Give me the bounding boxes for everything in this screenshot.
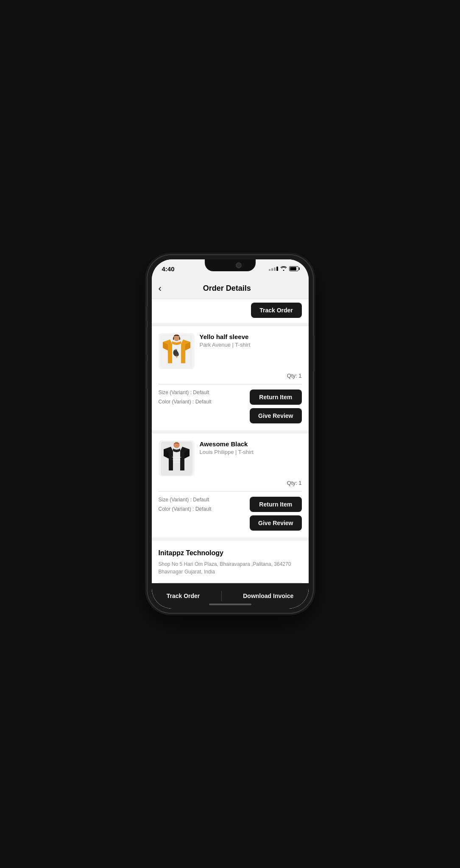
color-variant-1: Color (Variant) : Default: [159, 399, 250, 405]
partial-top-card: Track Order: [152, 299, 309, 323]
product-info-1: Yello half sleeve Park Avenue | T-shirt: [200, 333, 302, 369]
return-item-button-1[interactable]: Return Item: [250, 389, 302, 405]
phone-frame: 4:40: [148, 255, 313, 613]
power-button: [313, 336, 315, 372]
product-card-1: Yello half sleeve Park Avenue | T-shirt …: [152, 326, 309, 430]
variants-2: Size (Variant) : Default Color (Variant)…: [159, 497, 250, 515]
bottom-divider: [221, 591, 222, 601]
svg-text:but Worth: but Worth: [173, 459, 181, 461]
product-name-2: Awesome Black: [200, 440, 302, 448]
actions-1: Return Item Give Review: [250, 389, 302, 423]
product-row-1: Yello half sleeve Park Avenue | T-shirt: [159, 333, 302, 369]
scroll-content[interactable]: Track Order: [152, 299, 309, 609]
product-image-1: [159, 333, 195, 369]
product-info-2: Awesome Black Louis Philippe | T-shirt: [200, 440, 302, 476]
wifi-icon: [280, 265, 287, 272]
battery-icon: [289, 266, 298, 271]
give-review-button-1[interactable]: Give Review: [250, 408, 302, 423]
color-variant-2: Color (Variant) : Default: [159, 506, 250, 512]
front-camera: [237, 263, 241, 267]
yellow-tshirt-svg: [161, 334, 192, 368]
top-track-button[interactable]: Track Order: [251, 303, 302, 318]
track-order-button[interactable]: Track Order: [158, 589, 209, 603]
size-variant-2: Size (Variant) : Default: [159, 497, 250, 503]
phone-screen: 4:40: [152, 259, 309, 609]
status-icons: [269, 265, 298, 272]
status-bar: 4:40: [152, 259, 309, 278]
store-name: Initappz Technology: [159, 549, 302, 557]
volume-down-button: [146, 361, 148, 389]
variants-1: Size (Variant) : Default Color (Variant)…: [159, 389, 250, 408]
black-tshirt-svg: Always Late but Worth the Wait: [161, 442, 192, 476]
app-header: ‹ Order Details: [152, 278, 309, 299]
svg-text:Always Late: Always Late: [172, 456, 181, 458]
give-review-button-2[interactable]: Give Review: [250, 515, 302, 531]
notch: [205, 259, 256, 271]
back-button[interactable]: ‹: [159, 283, 162, 294]
product-card-2: Always Late but Worth the Wait: [152, 434, 309, 537]
actions-2: Return Item Give Review: [250, 497, 302, 531]
product-image-2: Always Late but Worth the Wait: [159, 440, 195, 476]
product-row-2: Always Late but Worth the Wait: [159, 440, 302, 476]
variants-actions-2: Size (Variant) : Default Color (Variant)…: [159, 497, 302, 531]
download-invoice-button[interactable]: Download Invoice: [234, 589, 302, 603]
product-brand-1: Park Avenue | T-shirt: [200, 342, 302, 348]
signal-icon: [269, 267, 278, 271]
volume-silent-button: [146, 306, 148, 321]
svg-point-2: [176, 356, 177, 358]
page-title: Order Details: [167, 284, 287, 293]
product-brand-2: Louis Philippe | T-shirt: [200, 449, 302, 455]
size-variant-1: Size (Variant) : Default: [159, 389, 250, 395]
product-qty-1: Qty: 1: [159, 373, 302, 379]
variants-actions-1: Size (Variant) : Default Color (Variant)…: [159, 389, 302, 423]
store-address: Shop No 5 Hari Om Plaza, Bhairavapara ,P…: [159, 560, 302, 576]
product-qty-2: Qty: 1: [159, 480, 302, 486]
status-time: 4:40: [162, 265, 175, 273]
return-item-button-2[interactable]: Return Item: [250, 497, 302, 512]
product-name-1: Yello half sleeve: [200, 333, 302, 340]
summary-divider-1: [159, 582, 302, 583]
svg-text:the Wait: the Wait: [173, 461, 180, 463]
volume-up-button: [146, 327, 148, 355]
home-indicator: [209, 604, 251, 605]
